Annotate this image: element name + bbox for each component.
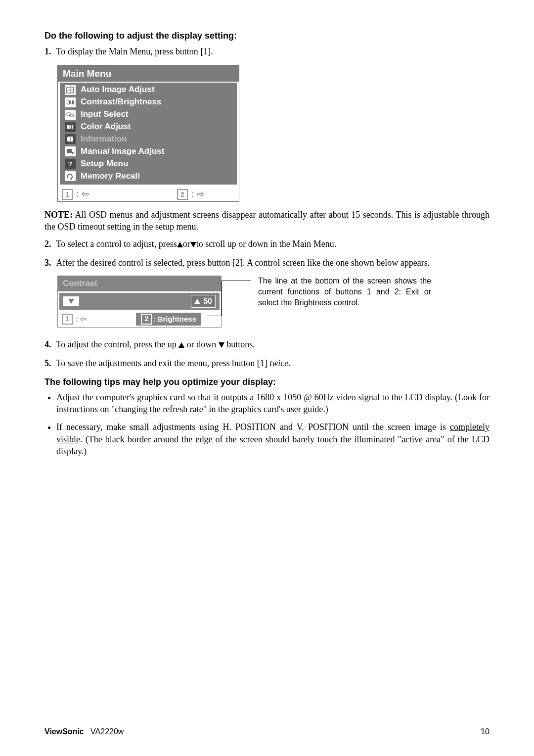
svg-rect-9 — [72, 125, 73, 129]
menu-item-7: Memory Recall — [81, 171, 140, 182]
foot-key-1: 1 — [62, 189, 73, 200]
step-4-num: 4. — [44, 339, 51, 349]
callout-text: The line at the bottom of the screen sho… — [258, 276, 431, 308]
contrast-value-box: 50 — [191, 295, 216, 308]
contrast-key-1: 1 — [62, 314, 73, 325]
setup-icon: ? — [65, 159, 76, 169]
note-paragraph: NOTE: All OSD menus and adjustment scree… — [44, 209, 490, 233]
menu-item-4: Information — [81, 134, 127, 145]
step-5-ital: twice — [269, 358, 288, 368]
step-5-post: . — [288, 358, 291, 368]
tip-2b: . (The black border around the edge of t… — [56, 434, 490, 456]
color-icon — [65, 122, 76, 132]
footer-model: VA2220w — [90, 727, 124, 736]
svg-rect-7 — [67, 125, 69, 129]
contrast-key-2: 2 — [141, 314, 152, 325]
svg-rect-12 — [67, 149, 72, 153]
manual-icon — [65, 146, 76, 156]
footer-page: 10 — [481, 726, 490, 737]
note-text: All OSD menus and adjustment screens dis… — [44, 210, 490, 232]
svg-text:i: i — [70, 137, 71, 142]
main-menu-footer: 1 : ⇦ 2 : ⇨ — [58, 187, 239, 201]
step-2-num: 2. — [44, 239, 51, 249]
step-5-pre: To save the adjustments and exit the men… — [56, 358, 270, 368]
main-menu-graphic: Main Menu Auto Image Adjust Contrast/Bri… — [57, 65, 239, 202]
page-footer: ViewSonic VA2220w 10 — [44, 726, 490, 737]
step-2-pre: To select a control to adjust, press — [56, 239, 177, 249]
step-3-text: After the desired control is selected, p… — [56, 258, 430, 268]
contrast-icon — [65, 97, 76, 107]
auto-image-icon — [65, 85, 76, 95]
contrast-mid: 50 — [58, 291, 221, 311]
down-arrow-icon — [190, 242, 196, 247]
step-2-post: to scroll up or down in the Main Menu. — [196, 239, 336, 249]
enter-icon: : ⇨ — [189, 189, 204, 199]
heading-adjust: Do the following to adjust the display s… — [44, 30, 490, 42]
foot-key-2: 2 — [177, 189, 188, 200]
contrast-footer: 1 : ⇦ 2: Brightness — [58, 311, 221, 327]
memory-icon — [65, 171, 76, 181]
main-menu-body: Auto Image Adjust Contrast/Brightness In… — [58, 82, 239, 187]
up-arrow-icon — [177, 242, 183, 247]
callout-line — [222, 276, 251, 316]
contrast-down-icon — [63, 296, 79, 306]
main-menu-title: Main Menu — [58, 65, 239, 82]
step-4-post: buttons. — [224, 339, 255, 349]
svg-point-13 — [72, 152, 74, 154]
tip-2a: If necessary, make small adjustments usi… — [56, 422, 450, 432]
tip-2: If necessary, make small adjustments usi… — [56, 421, 490, 457]
step-2: 2.To select a control to adjust, pressor… — [44, 238, 490, 250]
menu-item-0: Auto Image Adjust — [81, 84, 155, 95]
step-4-mid: or down — [184, 339, 219, 349]
down-arrow-icon-2 — [219, 342, 224, 348]
tip-1: Adjust the computer's graphics card so t… — [56, 391, 490, 416]
menu-item-6: Setup Menu — [81, 158, 128, 170]
step-4: 4.To adjust the control, press the up or… — [44, 338, 490, 350]
menu-item-2: Input Select — [81, 109, 128, 120]
menu-item-5: Manual Image Adjust — [81, 146, 164, 157]
note-label: NOTE: — [44, 210, 73, 220]
step-5: 5.To save the adjustments and exit the m… — [44, 357, 490, 369]
contrast-graphic: Contrast 50 1 : ⇦ 2: Brightness — [57, 276, 222, 328]
svg-rect-4 — [72, 100, 74, 104]
step-5-num: 5. — [44, 358, 51, 368]
footer-brand: ViewSonic — [44, 727, 84, 736]
input-icon — [65, 110, 76, 120]
brightness-label: : Brightness — [153, 314, 196, 323]
contrast-value: 50 — [203, 296, 212, 307]
step-2-mid: or — [183, 239, 190, 249]
step-3: 3.After the desired control is selected,… — [44, 257, 490, 269]
step-1-num: 1. — [44, 47, 51, 56]
menu-item-1: Contrast/Brightness — [81, 96, 161, 108]
svg-rect-8 — [70, 125, 71, 129]
heading-tips: The following tips may help you optimize… — [44, 376, 490, 388]
exit-icon: : ⇦ — [74, 189, 89, 199]
exit-icon-2: : ⇦ — [74, 314, 87, 323]
svg-text:?: ? — [68, 160, 72, 167]
step-1: 1.To display the Main Menu, press button… — [44, 46, 490, 57]
info-icon: i — [65, 134, 76, 144]
step-3-num: 3. — [44, 258, 51, 268]
up-arrow-icon-2 — [178, 342, 184, 348]
menu-item-3: Color Adjust — [81, 121, 131, 133]
step-4-pre: To adjust the control, press the up — [56, 339, 179, 349]
contrast-title: Contrast — [58, 276, 221, 291]
step-1-text: To display the Main Menu, press button [… — [56, 47, 213, 56]
